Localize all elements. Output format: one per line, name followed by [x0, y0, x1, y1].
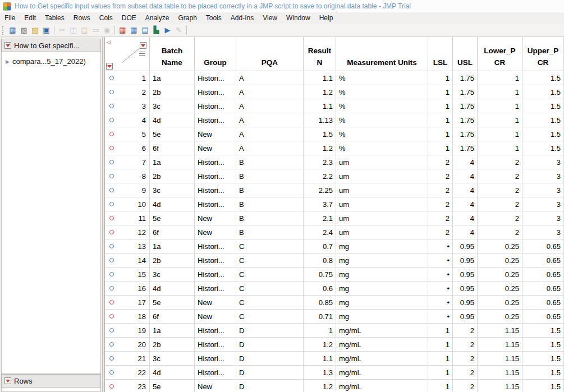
cell-lsl[interactable]: 1	[428, 85, 453, 99]
cell-batch[interactable]: 3c	[150, 99, 195, 113]
cell-batch[interactable]: 3c	[150, 352, 195, 365]
cell-group[interactable]: Histori...	[195, 268, 236, 281]
run-script-icon[interactable]: ▶	[162, 25, 173, 35]
cell-pqa[interactable]: C	[236, 296, 304, 309]
cell-batch[interactable]: 2b	[150, 253, 195, 267]
split-table-icon[interactable]: ▦	[129, 25, 139, 35]
row-state-marker-new[interactable]	[109, 384, 114, 389]
table-panel-header[interactable]: How to Get specifi...	[1, 39, 101, 52]
row-header[interactable]: 3	[105, 99, 150, 113]
cell-lower[interactable]: 0.25	[478, 239, 522, 253]
cell-lsl[interactable]: •	[428, 296, 453, 309]
cell-batch[interactable]: 3c	[150, 268, 195, 281]
cell-result[interactable]: 1.3	[304, 366, 336, 379]
rows-panel-header[interactable]: Rows	[1, 374, 101, 388]
columns-red-triangle-icon[interactable]	[140, 42, 146, 49]
cell-result[interactable]: 1.2	[304, 141, 336, 155]
cell-batch[interactable]: 4d	[150, 113, 195, 127]
row-header[interactable]: 23	[105, 380, 150, 392]
row-header[interactable]: 18	[105, 310, 150, 323]
cell-upper[interactable]: 1.5	[522, 352, 564, 365]
cell-pqa[interactable]: C	[236, 239, 304, 253]
cell-result[interactable]: 0.71	[304, 310, 336, 323]
row-state-marker-new[interactable]	[109, 314, 114, 319]
cell-pqa[interactable]: D	[236, 324, 304, 337]
cell-lower[interactable]: 2	[478, 169, 522, 183]
row-header[interactable]: 22	[105, 366, 150, 379]
column-header-group[interactable]: Group	[195, 37, 236, 71]
cell-result[interactable]: 0.7	[304, 239, 336, 253]
cell-lsl[interactable]: 1	[428, 352, 453, 365]
new-script-icon[interactable]: ▧	[19, 25, 29, 35]
column-header-units[interactable]: Measurement Units	[336, 37, 428, 71]
collapse-panel-icon[interactable]: ◁	[107, 39, 111, 45]
cell-group[interactable]: New	[195, 211, 236, 225]
cell-batch[interactable]: 6f	[150, 141, 195, 155]
row-state-marker-historical[interactable]	[109, 118, 114, 122]
cell-lower[interactable]: 2	[478, 197, 522, 211]
save-icon[interactable]: ▣	[41, 25, 52, 35]
cell-batch[interactable]: 1a	[150, 324, 195, 337]
cell-lsl[interactable]: 2	[428, 155, 453, 169]
cell-pqa[interactable]: B	[236, 155, 304, 169]
row-state-marker-historical[interactable]	[109, 328, 114, 333]
rows-red-triangle-icon[interactable]	[106, 63, 113, 70]
cell-units[interactable]: mg/mL	[336, 338, 428, 351]
cell-result[interactable]: 1.2	[304, 85, 336, 99]
cell-lower[interactable]: 2	[478, 225, 522, 239]
cell-result[interactable]: 0.6	[304, 282, 336, 295]
cell-group[interactable]: New	[195, 380, 236, 392]
row-header[interactable]: 11	[105, 211, 150, 225]
menu-help[interactable]: Help	[315, 13, 338, 23]
cell-lsl[interactable]: •	[428, 282, 453, 295]
sort-table-icon[interactable]: ▤	[140, 25, 150, 35]
cell-upper[interactable]: 1.5	[522, 99, 564, 113]
row-header[interactable]: 9	[105, 183, 150, 197]
cell-pqa[interactable]: A	[236, 71, 304, 85]
cell-lower[interactable]: 1	[478, 71, 522, 85]
column-header-pqa[interactable]: PQA	[236, 37, 304, 71]
cell-lsl[interactable]: 1	[428, 127, 453, 141]
row-header[interactable]: 8	[105, 169, 150, 183]
cell-upper[interactable]: 3	[522, 197, 564, 211]
row-header[interactable]: 5	[105, 127, 150, 141]
cell-batch[interactable]: 3c	[150, 183, 195, 197]
row-header[interactable]: 6	[105, 141, 150, 155]
cell-result[interactable]: 1.2	[304, 380, 336, 392]
column-header-lower[interactable]: Lower_P CR	[478, 37, 522, 71]
column-header-batch[interactable]: Batch Name	[150, 37, 195, 71]
cell-units[interactable]: um	[336, 183, 428, 197]
cell-group[interactable]: Histori...	[195, 197, 236, 211]
cell-upper[interactable]: 1.5	[522, 127, 564, 141]
row-header[interactable]: 20	[105, 338, 150, 351]
chart-builder-icon[interactable]: ▙	[151, 25, 162, 35]
menu-graph[interactable]: Graph	[173, 13, 201, 23]
cell-batch[interactable]: 6f	[150, 225, 195, 239]
cell-units[interactable]: mg	[336, 310, 428, 323]
column-header-lsl[interactable]: LSL	[428, 37, 453, 71]
row-state-marker-historical[interactable]	[109, 370, 114, 375]
cell-units[interactable]: um	[336, 211, 428, 225]
row-header[interactable]: 10	[105, 197, 150, 211]
row-state-marker-historical[interactable]	[109, 104, 114, 108]
row-state-marker-new[interactable]	[109, 216, 114, 220]
cell-lower[interactable]: 0.25	[478, 310, 522, 323]
cell-upper[interactable]: 3	[522, 155, 564, 169]
cell-result[interactable]: 1.1	[304, 352, 336, 365]
cell-lsl[interactable]: 1	[428, 113, 453, 127]
row-header[interactable]: 21	[105, 352, 150, 365]
cell-batch[interactable]: 2b	[150, 85, 195, 99]
cell-lsl[interactable]: 1	[428, 71, 453, 85]
menu-rows[interactable]: Rows	[69, 13, 95, 23]
cell-lsl[interactable]: 1	[428, 141, 453, 155]
open-icon[interactable]: ▨	[30, 25, 40, 35]
cell-result[interactable]: 1	[304, 324, 336, 337]
cell-upper[interactable]: 3	[522, 225, 564, 239]
cell-pqa[interactable]: A	[236, 141, 304, 155]
column-header-usl[interactable]: USL	[453, 37, 478, 71]
cell-usl[interactable]: 0.95	[453, 310, 478, 323]
cell-usl[interactable]: 0.95	[453, 253, 478, 267]
cell-usl[interactable]: 1.75	[453, 99, 478, 113]
cell-group[interactable]: New	[195, 310, 236, 323]
cell-batch[interactable]: 1a	[150, 155, 195, 169]
